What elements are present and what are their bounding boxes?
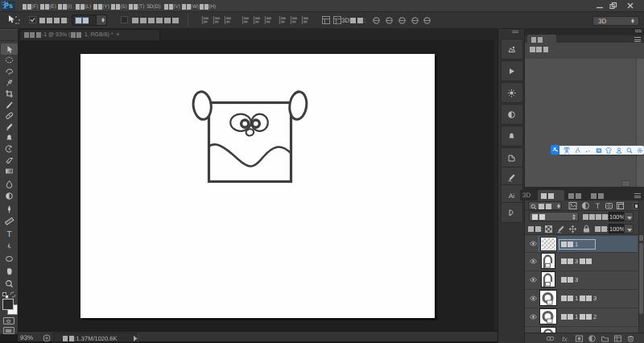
svg-text:Ai: Ai bbox=[509, 192, 514, 200]
svg-text:T: T bbox=[6, 230, 11, 239]
svg-text:fx.: fx. bbox=[562, 336, 568, 343]
svg-text:T: T bbox=[596, 202, 601, 211]
